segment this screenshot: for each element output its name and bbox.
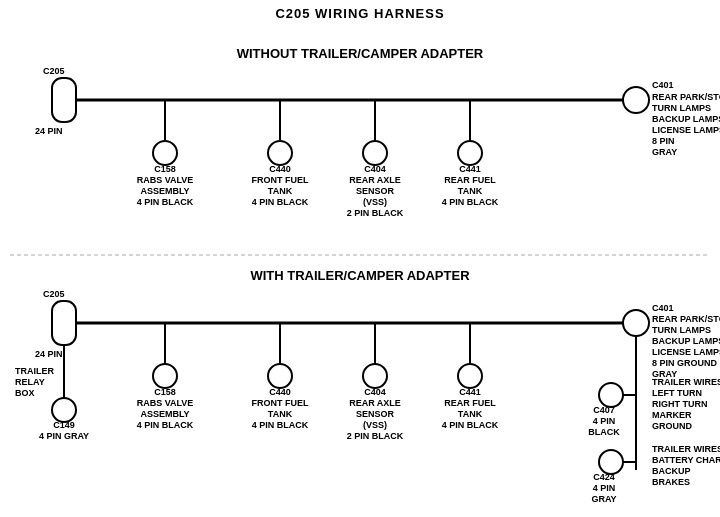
main-canvas: C205 WIRING HARNESS WITHOUT TRAILER/CAMP… bbox=[0, 0, 720, 517]
svg-text:C205: C205 bbox=[43, 289, 65, 299]
svg-text:TRAILER WIRES: TRAILER WIRES bbox=[652, 444, 720, 454]
svg-point-71 bbox=[599, 450, 623, 474]
svg-text:LEFT TURN: LEFT TURN bbox=[652, 388, 702, 398]
svg-text:(VSS): (VSS) bbox=[363, 420, 387, 430]
svg-text:4 PIN BLACK: 4 PIN BLACK bbox=[442, 197, 499, 207]
svg-text:C404: C404 bbox=[364, 164, 386, 174]
svg-text:C440: C440 bbox=[269, 387, 291, 397]
svg-text:C424: C424 bbox=[593, 472, 615, 482]
svg-text:24 PIN: 24 PIN bbox=[35, 126, 63, 136]
svg-text:8 PIN  GROUND: 8 PIN GROUND bbox=[652, 358, 718, 368]
svg-text:SENSOR: SENSOR bbox=[356, 409, 395, 419]
svg-text:FRONT FUEL: FRONT FUEL bbox=[252, 398, 309, 408]
svg-text:MARKER: MARKER bbox=[652, 410, 692, 420]
svg-text:BACKUP LAMPS: BACKUP LAMPS bbox=[652, 114, 720, 124]
svg-text:TANK: TANK bbox=[268, 409, 293, 419]
svg-text:LICENSE LAMPS: LICENSE LAMPS bbox=[652, 347, 720, 357]
svg-text:C407: C407 bbox=[593, 405, 615, 415]
svg-point-20 bbox=[268, 141, 292, 165]
svg-text:4 PIN: 4 PIN bbox=[593, 483, 616, 493]
svg-point-14 bbox=[153, 141, 177, 165]
svg-text:4 PIN BLACK: 4 PIN BLACK bbox=[137, 197, 194, 207]
svg-text:TRAILER: TRAILER bbox=[15, 366, 54, 376]
svg-rect-2 bbox=[52, 78, 76, 122]
svg-point-92 bbox=[363, 364, 387, 388]
svg-text:TURN LAMPS: TURN LAMPS bbox=[652, 103, 711, 113]
svg-text:4 PIN GRAY: 4 PIN GRAY bbox=[39, 431, 89, 441]
svg-text:REAR FUEL: REAR FUEL bbox=[444, 175, 496, 185]
svg-text:24 PIN: 24 PIN bbox=[35, 349, 63, 359]
svg-text:BOX: BOX bbox=[15, 388, 35, 398]
svg-text:SENSOR: SENSOR bbox=[356, 186, 395, 196]
svg-text:TURN LAMPS: TURN LAMPS bbox=[652, 325, 711, 335]
svg-text:REAR AXLE: REAR AXLE bbox=[349, 175, 401, 185]
svg-text:GRAY: GRAY bbox=[591, 494, 616, 504]
svg-text:TANK: TANK bbox=[458, 409, 483, 419]
svg-text:C404: C404 bbox=[364, 387, 386, 397]
svg-text:C401: C401 bbox=[652, 303, 674, 313]
wiring-diagram: WITHOUT TRAILER/CAMPER ADAPTER C205 24 P… bbox=[0, 0, 720, 517]
svg-text:8 PIN: 8 PIN bbox=[652, 136, 675, 146]
svg-point-99 bbox=[458, 364, 482, 388]
svg-text:RELAY: RELAY bbox=[15, 377, 45, 387]
svg-text:4 PIN: 4 PIN bbox=[593, 416, 616, 426]
svg-text:ASSEMBLY: ASSEMBLY bbox=[140, 409, 189, 419]
svg-text:WITH  TRAILER/CAMPER ADAPTER: WITH TRAILER/CAMPER ADAPTER bbox=[250, 268, 470, 283]
svg-point-5 bbox=[623, 87, 649, 113]
svg-text:TANK: TANK bbox=[458, 186, 483, 196]
svg-text:BLACK: BLACK bbox=[588, 427, 620, 437]
svg-text:ASSEMBLY: ASSEMBLY bbox=[140, 186, 189, 196]
svg-text:RABS VALVE: RABS VALVE bbox=[137, 175, 194, 185]
svg-text:TANK: TANK bbox=[268, 186, 293, 196]
svg-text:BACKUP LAMPS: BACKUP LAMPS bbox=[652, 336, 720, 346]
svg-point-80 bbox=[153, 364, 177, 388]
svg-text:C441: C441 bbox=[459, 387, 481, 397]
svg-point-51 bbox=[623, 310, 649, 336]
svg-text:GROUND: GROUND bbox=[652, 421, 692, 431]
svg-text:4 PIN BLACK: 4 PIN BLACK bbox=[252, 197, 309, 207]
svg-point-48 bbox=[52, 398, 76, 422]
svg-text:REAR PARK/STOP: REAR PARK/STOP bbox=[652, 314, 720, 324]
svg-text:BATTERY CHARGE: BATTERY CHARGE bbox=[652, 455, 720, 465]
svg-text:C401: C401 bbox=[652, 80, 674, 90]
svg-text:4 PIN BLACK: 4 PIN BLACK bbox=[252, 420, 309, 430]
svg-text:RABS VALVE: RABS VALVE bbox=[137, 398, 194, 408]
svg-text:WITHOUT  TRAILER/CAMPER ADAPTE: WITHOUT TRAILER/CAMPER ADAPTER bbox=[237, 46, 484, 61]
svg-text:FRONT FUEL: FRONT FUEL bbox=[252, 175, 309, 185]
svg-text:BACKUP: BACKUP bbox=[652, 466, 691, 476]
svg-text:C205: C205 bbox=[43, 66, 65, 76]
svg-text:4 PIN BLACK: 4 PIN BLACK bbox=[137, 420, 194, 430]
svg-text:TRAILER WIRES: TRAILER WIRES bbox=[652, 377, 720, 387]
svg-text:C158: C158 bbox=[154, 387, 176, 397]
svg-text:C149: C149 bbox=[53, 420, 75, 430]
svg-text:GRAY: GRAY bbox=[652, 147, 677, 157]
svg-text:2 PIN BLACK: 2 PIN BLACK bbox=[347, 431, 404, 441]
svg-text:(VSS): (VSS) bbox=[363, 197, 387, 207]
svg-text:2 PIN BLACK: 2 PIN BLACK bbox=[347, 208, 404, 218]
svg-text:REAR PARK/STOP: REAR PARK/STOP bbox=[652, 92, 720, 102]
svg-point-86 bbox=[268, 364, 292, 388]
svg-text:4 PIN BLACK: 4 PIN BLACK bbox=[442, 420, 499, 430]
svg-text:RIGHT TURN: RIGHT TURN bbox=[652, 399, 708, 409]
svg-text:LICENSE LAMPS: LICENSE LAMPS bbox=[652, 125, 720, 135]
svg-point-33 bbox=[458, 141, 482, 165]
svg-text:C440: C440 bbox=[269, 164, 291, 174]
svg-point-26 bbox=[363, 141, 387, 165]
svg-text:REAR AXLE: REAR AXLE bbox=[349, 398, 401, 408]
svg-text:C158: C158 bbox=[154, 164, 176, 174]
svg-rect-41 bbox=[52, 301, 76, 345]
svg-text:REAR FUEL: REAR FUEL bbox=[444, 398, 496, 408]
svg-text:C441: C441 bbox=[459, 164, 481, 174]
svg-text:BRAKES: BRAKES bbox=[652, 477, 690, 487]
svg-point-61 bbox=[599, 383, 623, 407]
